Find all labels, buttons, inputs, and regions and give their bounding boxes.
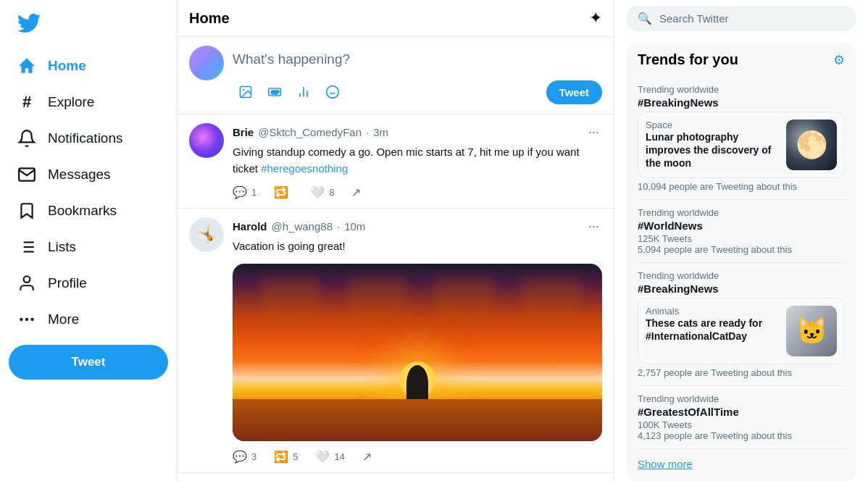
svg-point-6 xyxy=(24,276,30,283)
tweet-body: Harold @h_wang88 · 10m ··· Vacation is g… xyxy=(233,217,602,464)
tweet-meta-left: Harold @h_wang88 · 10m xyxy=(233,220,365,233)
svg-point-9 xyxy=(30,318,33,321)
tweet-text: Vacation is going great! xyxy=(233,238,602,255)
sidebar-item-home[interactable]: Home xyxy=(9,49,168,83)
sunset-image xyxy=(233,264,602,441)
compose-area: What's happening? GIF Tweet xyxy=(178,37,614,114)
trend-people-count: 10,094 people are Tweeting about this xyxy=(638,181,845,192)
tweet-actions: 💬 3 🔁 5 🤍 14 ↗ xyxy=(233,450,602,464)
trend-card-text: Animals These cats are ready for #Intern… xyxy=(646,306,779,356)
trend-item[interactable]: Trending worldwide #BreakingNews Animals… xyxy=(638,263,845,386)
search-input[interactable] xyxy=(659,12,845,25)
retweet-action[interactable]: 🔁 xyxy=(274,185,293,199)
trend-name: #GreatestOfAllTime xyxy=(638,406,845,418)
sidebar-item-lists[interactable]: Lists xyxy=(9,230,168,264)
like-action[interactable]: 🤍 14 xyxy=(315,450,344,464)
trend-item[interactable]: Trending worldwide #WorldNews 125K Tweet… xyxy=(638,200,845,263)
trend-card-category: Space xyxy=(646,120,779,130)
trend-card-text: Space Lunar photography improves the dis… xyxy=(646,120,779,170)
tweet-item: Brie @Sktch_ComedyFan · 3m ··· Giving st… xyxy=(178,114,614,209)
tweet-author: Harold xyxy=(233,220,267,233)
trends-title: Trends for you xyxy=(638,51,738,68)
reply-action[interactable]: 💬 1 xyxy=(233,185,256,199)
trend-card-image: 🐱 xyxy=(786,306,837,356)
twitter-logo[interactable] xyxy=(9,6,168,43)
sidebar-item-messages-label: Messages xyxy=(48,167,111,183)
search-input-wrap[interactable]: 🔍 xyxy=(626,6,856,31)
trend-count: 100K Tweets xyxy=(638,419,845,430)
sidebar-item-explore-label: Explore xyxy=(48,94,94,110)
tweet-more-button[interactable]: ··· xyxy=(585,123,602,141)
tweet-avatar: 🤸 xyxy=(189,217,224,252)
compose-placeholder[interactable]: What's happening? xyxy=(233,46,602,73)
search-icon: 🔍 xyxy=(638,12,652,25)
main-feed: Home ✦ What's happening? GIF xyxy=(178,0,614,481)
trend-people-count: 2,757 people are Tweeting about this xyxy=(638,367,845,378)
reply-action[interactable]: 💬 3 xyxy=(233,450,256,464)
sidebar-item-explore[interactable]: # Explore xyxy=(9,85,168,119)
notifications-icon xyxy=(17,129,36,148)
trend-card-title: These cats are ready for #InternationalC… xyxy=(646,317,779,343)
compose-actions: GIF Tweet xyxy=(233,79,602,105)
tweet-avatar xyxy=(189,123,224,158)
trend-card-title: Lunar photography improves the discovery… xyxy=(646,130,779,170)
compose-avatar xyxy=(189,46,224,80)
svg-point-8 xyxy=(25,318,28,321)
trend-name: #BreakingNews xyxy=(638,96,845,109)
sidebar-item-notifications-label: Notifications xyxy=(48,130,123,146)
sidebar-item-home-label: Home xyxy=(48,58,86,74)
bookmarks-icon xyxy=(17,201,36,220)
tweet-text: Giving standup comedy a go. Open mic sta… xyxy=(233,144,602,177)
sidebar-item-bookmarks[interactable]: Bookmarks xyxy=(9,194,168,227)
share-action[interactable]: ↗ xyxy=(362,450,372,464)
tweet-timestamp: 3m xyxy=(373,126,388,138)
share-action[interactable]: ↗ xyxy=(351,185,361,199)
share-icon: ↗ xyxy=(351,185,361,199)
sidebar-item-more[interactable]: More xyxy=(9,303,168,336)
tweet-meta-left: Brie @Sktch_ComedyFan · 3m xyxy=(233,126,388,138)
compose-icons: GIF xyxy=(233,79,346,105)
reply-count: 1 xyxy=(251,187,256,198)
compose-gif-button[interactable]: GIF xyxy=(262,79,288,105)
tweet-image xyxy=(233,264,602,441)
compose-tweet-button[interactable]: Tweet xyxy=(546,80,602,104)
sidebar-item-profile[interactable]: Profile xyxy=(9,267,168,300)
trend-count: 125K Tweets xyxy=(638,233,845,244)
tweet-more-button[interactable]: ··· xyxy=(585,217,602,235)
retweet-action[interactable]: 🔁 5 xyxy=(274,450,298,464)
feed-header: Home ✦ xyxy=(178,0,614,37)
more-icon xyxy=(17,310,36,329)
trend-location: Trending worldwide xyxy=(638,270,845,281)
trend-location: Trending worldwide xyxy=(638,207,845,218)
tweet-header: 🤸 Harold @h_wang88 · 10m ··· Vacation is… xyxy=(189,217,602,464)
trends-header: Trends for you ⚙ xyxy=(638,51,845,68)
global-tweet-button[interactable]: Tweet xyxy=(9,345,168,380)
sidebar-item-notifications[interactable]: Notifications xyxy=(9,122,168,155)
tweet-item: 🤸 Harold @h_wang88 · 10m ··· Vacation is… xyxy=(178,209,614,473)
sidebar: Home # Explore Notifications Messages Bo… xyxy=(0,0,178,481)
lists-icon xyxy=(17,238,36,256)
svg-point-7 xyxy=(20,318,22,321)
trend-location: Trending worldwide xyxy=(638,393,845,404)
trend-item[interactable]: Trending worldwide #GreatestOfAllTime 10… xyxy=(638,386,845,449)
sparkle-icon[interactable]: ✦ xyxy=(589,9,602,28)
like-icon: 🤍 xyxy=(310,185,325,199)
tweet-time: · xyxy=(366,126,369,138)
trend-name: #BreakingNews xyxy=(638,283,845,295)
tweet-hashtag-link[interactable]: #heregoesnothing xyxy=(261,162,348,175)
show-more-link[interactable]: Show more xyxy=(638,449,845,473)
trend-name: #WorldNews xyxy=(638,219,845,232)
svg-point-11 xyxy=(243,89,245,91)
settings-icon[interactable]: ⚙ xyxy=(833,52,845,68)
compose-poll-button[interactable] xyxy=(291,79,317,105)
sidebar-item-messages[interactable]: Messages xyxy=(9,158,168,191)
sidebar-item-bookmarks-label: Bookmarks xyxy=(48,203,117,219)
compose-emoji-button[interactable] xyxy=(320,79,346,105)
svg-point-17 xyxy=(327,86,339,99)
svg-text:GIF: GIF xyxy=(271,90,279,95)
like-action[interactable]: 🤍 8 xyxy=(310,185,334,199)
tweet-actions: 💬 1 🔁 🤍 8 ↗ xyxy=(233,185,602,199)
compose-image-button[interactable] xyxy=(233,79,259,105)
share-icon: ↗ xyxy=(362,450,372,464)
trend-item[interactable]: Trending worldwide #BreakingNews Space L… xyxy=(638,77,845,200)
